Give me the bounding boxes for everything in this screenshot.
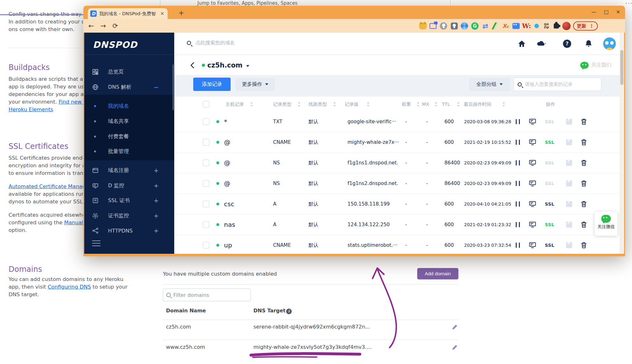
delete-record-icon[interactable] bbox=[581, 139, 587, 145]
close-window-button[interactable]: ✕ bbox=[616, 9, 620, 15]
expand-icon[interactable]: + bbox=[154, 212, 159, 219]
follow-us[interactable]: 关注我们 bbox=[580, 62, 611, 69]
blue-window-extension-icon[interactable] bbox=[513, 23, 520, 29]
record-value[interactable]: 150.158.118.199 bbox=[348, 201, 390, 207]
log-icon[interactable] bbox=[566, 160, 572, 166]
col-updated[interactable]: 最后操作时间 bbox=[464, 101, 491, 107]
back-chevron-icon[interactable] bbox=[190, 61, 195, 69]
record-value[interactable]: stats.uptimerobot.··· bbox=[348, 242, 398, 248]
record-value[interactable]: google-site-verific··· bbox=[348, 119, 396, 125]
col-type[interactable]: 记录类型 bbox=[273, 101, 291, 107]
row-checkbox[interactable] bbox=[203, 201, 209, 208]
jump-to-search-text[interactable]: Jump to Favorites, Apps, Pipelines, Spac… bbox=[197, 0, 297, 6]
add-record-button[interactable]: 添加记录 bbox=[193, 78, 231, 91]
sidebar-item-cert-monitor[interactable]: 证书监控 + bbox=[83, 208, 174, 223]
row-checkbox[interactable] bbox=[203, 180, 209, 187]
wechat-follow-widget[interactable]: 关注微信 bbox=[595, 212, 617, 236]
forward-button[interactable]: → bbox=[100, 22, 106, 30]
log-icon[interactable] bbox=[566, 181, 572, 187]
sort-icon[interactable] bbox=[298, 102, 301, 106]
delete-record-icon[interactable] bbox=[581, 201, 587, 207]
delete-record-icon[interactable] bbox=[581, 221, 587, 228]
sidebar-item-batch-management[interactable]: 批量管理 bbox=[83, 144, 174, 159]
more-actions-button[interactable]: 更多操作 bbox=[235, 78, 275, 91]
edit-domain-icon[interactable] bbox=[451, 324, 458, 331]
cat-extension-icon[interactable] bbox=[419, 22, 427, 29]
ssl-action[interactable]: SSL bbox=[545, 201, 554, 207]
expand-icon[interactable]: + bbox=[154, 167, 159, 174]
sidebar-item-overview[interactable]: 总览页 bbox=[83, 64, 174, 80]
profile-avatar[interactable] bbox=[562, 22, 571, 30]
pause-record-icon[interactable] bbox=[516, 140, 520, 145]
sidebar-item-ssl-certificate[interactable]: SSL 证书 + bbox=[83, 193, 174, 208]
expand-icon[interactable]: + bbox=[154, 182, 159, 189]
ssl-action[interactable]: SSL bbox=[545, 181, 554, 186]
xc-extension-icon[interactable]: Xc bbox=[502, 23, 509, 29]
record-search-field[interactable] bbox=[525, 81, 597, 87]
pause-record-icon[interactable] bbox=[516, 201, 520, 207]
record-host[interactable]: csc bbox=[224, 200, 234, 208]
filter-domains-field[interactable] bbox=[173, 292, 247, 298]
sidebar-item-my-domains[interactable]: 我的域名 bbox=[83, 99, 174, 114]
swirl-extension-icon[interactable] bbox=[461, 22, 468, 29]
col-value[interactable]: 记录值 bbox=[345, 101, 359, 107]
domain-search[interactable]: 点此搜索您的域名 bbox=[187, 40, 235, 46]
sort-icon[interactable] bbox=[333, 102, 336, 106]
sidebar-item-httpdns[interactable]: HTTPDNS + bbox=[83, 223, 174, 238]
delete-record-icon[interactable] bbox=[581, 118, 587, 125]
record-value[interactable]: f1g1ns1.dnspod.net. bbox=[348, 160, 398, 166]
edit-domain-icon[interactable] bbox=[451, 344, 458, 351]
scrollbar-thumb[interactable] bbox=[620, 50, 623, 85]
delete-record-icon[interactable] bbox=[581, 160, 587, 166]
pause-record-icon[interactable] bbox=[516, 243, 520, 248]
monitor-record-icon[interactable] bbox=[529, 242, 536, 248]
col-ttl[interactable]: TTL bbox=[442, 102, 450, 107]
log-icon[interactable] bbox=[566, 222, 572, 228]
sort-icon[interactable] bbox=[435, 102, 437, 106]
sidebar-item-paid-plans[interactable]: 付费套餐 bbox=[83, 129, 174, 144]
collapse-sidebar-icon[interactable] bbox=[92, 240, 100, 246]
grammarly-extension-icon[interactable]: G bbox=[471, 22, 479, 29]
delete-record-icon[interactable] bbox=[581, 180, 587, 187]
record-search-input[interactable] bbox=[514, 78, 601, 91]
current-domain-name[interactable]: cz5h.com bbox=[207, 61, 243, 69]
row-checkbox[interactable] bbox=[203, 160, 209, 166]
record-host[interactable]: @ bbox=[224, 159, 230, 167]
browser-scrollbar[interactable] bbox=[620, 33, 624, 254]
col-line[interactable]: 线路类型 bbox=[309, 101, 327, 107]
bell-icon[interactable] bbox=[585, 40, 592, 48]
sidebar-scrollbar[interactable] bbox=[173, 64, 174, 110]
cloud-icon[interactable] bbox=[536, 40, 547, 48]
maximize-button[interactable] bbox=[604, 10, 608, 14]
pause-record-icon[interactable] bbox=[516, 181, 520, 186]
browser-update-button[interactable]: 更新 ⋮ bbox=[573, 21, 598, 30]
ssl-action[interactable]: SSL bbox=[545, 140, 554, 145]
sidebar-item-domain-sharing[interactable]: 域名共享 bbox=[83, 114, 174, 129]
add-domain-button[interactable]: Add domain bbox=[417, 268, 458, 279]
back-button[interactable]: ← bbox=[88, 22, 94, 30]
record-value[interactable]: 124.134.122.250 bbox=[348, 222, 390, 227]
leek-extension-icon[interactable] bbox=[492, 22, 499, 29]
wikiwand-extension-icon[interactable]: W: bbox=[522, 22, 531, 30]
pause-record-icon[interactable] bbox=[516, 222, 520, 227]
picture-in-picture-extension-icon[interactable] bbox=[430, 23, 437, 29]
log-icon[interactable] bbox=[566, 201, 572, 207]
log-icon[interactable] bbox=[566, 242, 572, 248]
ssl-action[interactable]: SSL bbox=[545, 243, 554, 248]
sort-icon[interactable] bbox=[250, 102, 253, 106]
monitor-record-icon[interactable] bbox=[529, 180, 536, 187]
sort-icon[interactable] bbox=[502, 102, 505, 106]
pause-record-icon[interactable] bbox=[516, 160, 520, 165]
delete-record-icon[interactable] bbox=[581, 242, 587, 248]
donut-extension-icon[interactable] bbox=[534, 24, 539, 28]
record-host[interactable]: @ bbox=[224, 138, 230, 146]
row-checkbox[interactable] bbox=[203, 221, 209, 228]
record-value[interactable]: f1g1ns2.dnspod.net. bbox=[348, 181, 398, 186]
loop-extension-icon[interactable]: ⇄ bbox=[482, 22, 488, 30]
record-host[interactable]: * bbox=[224, 118, 227, 125]
filter-domains-input[interactable] bbox=[163, 289, 251, 301]
acm-link[interactable]: Automated Certificate Managem bbox=[9, 183, 94, 189]
expand-icon[interactable]: + bbox=[154, 227, 159, 234]
monitor-record-icon[interactable] bbox=[529, 139, 536, 145]
gitzip-extension-icon[interactable]: GitZip bbox=[544, 23, 549, 29]
